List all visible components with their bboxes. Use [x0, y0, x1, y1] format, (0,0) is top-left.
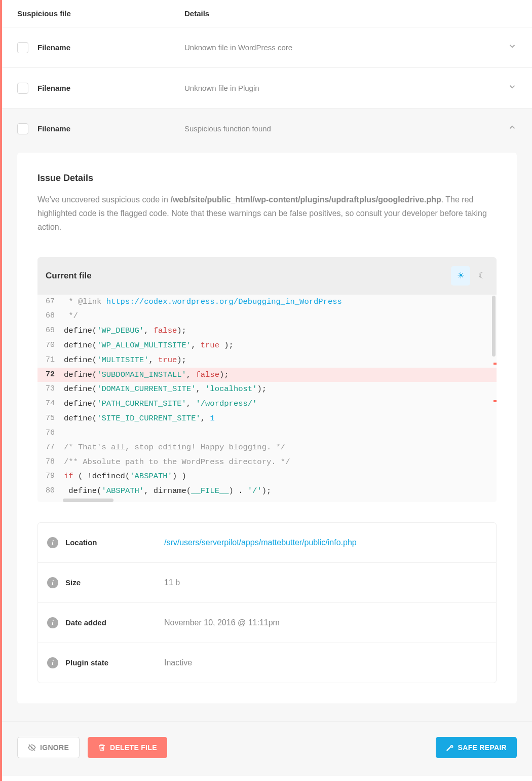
- file-row[interactable]: FilenameSuspicious function found: [2, 109, 532, 149]
- meta-row: iDate addedNovember 10, 2016 @ 11:11pm: [38, 603, 496, 643]
- info-icon: i: [47, 537, 58, 548]
- code-line: 78/** Absolute path to the WordPress dir…: [37, 455, 497, 470]
- code-line: 71define('MULTISITE', true);: [37, 353, 497, 368]
- chevron-up-icon: [508, 123, 517, 134]
- suspicious-file-path: /web/site/public_html/wp-content/plugins…: [170, 195, 441, 204]
- code-content: define('WP_DEBUG', false);: [60, 324, 497, 338]
- code-line: 79if ( !defined('ABSPATH') ): [37, 469, 497, 484]
- ignore-button[interactable]: IGNORE: [17, 737, 80, 758]
- meta-label: Plugin state: [65, 658, 164, 667]
- code-content: define('SITE_ID_CURRENT_SITE', 1: [60, 411, 497, 426]
- issue-card: Issue Details We've uncovered suspicious…: [17, 153, 517, 703]
- info-icon: i: [47, 577, 58, 588]
- code-line: 75define('SITE_ID_CURRENT_SITE', 1: [37, 411, 497, 426]
- code-line: 69define('WP_DEBUG', false);: [37, 324, 497, 338]
- line-number: 73: [37, 382, 60, 397]
- line-number: 74: [37, 397, 60, 411]
- table-header: Suspicious file Details: [2, 0, 532, 27]
- theme-light-button[interactable]: ☀: [451, 266, 470, 286]
- line-number: 79: [37, 469, 60, 484]
- meta-label: Size: [65, 578, 164, 587]
- line-number: 68: [37, 309, 60, 324]
- flag-marker: [493, 363, 497, 365]
- code-content: * @link https://codex.wordpress.org/Debu…: [60, 295, 497, 309]
- action-bar: IGNORE DELETE FILE SAFE REPAIR: [2, 722, 532, 776]
- code-line: 80 define('ABSPATH', dirname(__FILE__) .…: [37, 484, 497, 499]
- line-number: 72: [37, 368, 60, 382]
- eye-off-icon: [28, 743, 36, 752]
- code-content: [60, 426, 497, 440]
- code-content: */: [60, 309, 497, 324]
- meta-value: November 10, 2016 @ 11:11pm: [164, 618, 280, 627]
- chevron-down-icon: [508, 42, 517, 53]
- code-line: 70define('WP_ALLOW_MULTISITE', true );: [37, 338, 497, 353]
- wrench-icon: [446, 743, 454, 752]
- row-detail: Unknown file in Plugin: [184, 84, 508, 92]
- line-number: 76: [37, 426, 60, 440]
- flag-marker: [493, 400, 497, 402]
- row-detail: Suspicious function found: [184, 124, 508, 133]
- code-content: define('WP_ALLOW_MULTISITE', true );: [60, 338, 497, 353]
- row-filename-label: Filename: [37, 124, 184, 133]
- file-meta-table: iLocation/srv/users/serverpilot/apps/mat…: [37, 522, 497, 683]
- meta-row: iLocation/srv/users/serverpilot/apps/mat…: [38, 523, 496, 563]
- meta-label: Date added: [65, 618, 164, 627]
- meta-value[interactable]: /srv/users/serverpilot/apps/mattebutter/…: [164, 538, 357, 547]
- delete-file-button[interactable]: DELETE FILE: [88, 737, 167, 758]
- info-icon: i: [47, 617, 58, 628]
- horizontal-scrollbar-track[interactable]: [37, 499, 497, 502]
- line-number: 80: [37, 484, 60, 499]
- row-detail: Unknown file in WordPress core: [184, 43, 508, 52]
- theme-dark-button[interactable]: ☾: [472, 266, 491, 286]
- chevron-down-icon: [508, 82, 517, 94]
- code-content: define('ABSPATH', dirname(__FILE__) . '/…: [60, 484, 497, 499]
- row-checkbox[interactable]: [17, 42, 28, 53]
- line-number: 70: [37, 338, 60, 353]
- expanded-panel: Issue Details We've uncovered suspicious…: [2, 149, 532, 722]
- code-content: define('SUBDOMAIN_INSTALL', false);: [60, 368, 497, 382]
- meta-label: Location: [65, 538, 164, 547]
- code-content: define('DOMAIN_CURRENT_SITE', 'localhost…: [60, 382, 497, 397]
- row-checkbox[interactable]: [17, 83, 28, 94]
- code-content: /** Absolute path to the WordPress direc…: [60, 455, 497, 470]
- file-row[interactable]: FilenameUnknown file in Plugin: [2, 68, 532, 109]
- issue-details-description: We've uncovered suspicious code in /web/…: [37, 193, 497, 234]
- code-content: define('MULTISITE', true);: [60, 353, 497, 368]
- code-line: 68 */: [37, 309, 497, 324]
- code-content: /* That's all, stop editing! Happy blogg…: [60, 440, 497, 455]
- line-number: 69: [37, 324, 60, 338]
- code-line: 76: [37, 426, 497, 440]
- meta-row: iPlugin stateInactive: [38, 643, 496, 683]
- trash-icon: [98, 743, 106, 752]
- row-filename-label: Filename: [37, 43, 184, 52]
- row-filename-label: Filename: [37, 84, 184, 92]
- vertical-scrollbar[interactable]: [492, 296, 496, 357]
- current-file-label: Current file: [46, 271, 92, 281]
- line-number: 77: [37, 440, 60, 455]
- code-line: 72define('SUBDOMAIN_INSTALL', false);: [37, 368, 497, 382]
- code-content: if ( !defined('ABSPATH') ): [60, 469, 497, 484]
- row-checkbox[interactable]: [17, 123, 28, 134]
- header-details: Details: [184, 9, 517, 18]
- meta-row: iSize11 b: [38, 563, 496, 603]
- code-line: 74define('PATH_CURRENT_SITE', '/wordpres…: [37, 397, 497, 411]
- line-number: 78: [37, 455, 60, 470]
- code-line: 67 * @link https://codex.wordpress.org/D…: [37, 295, 497, 309]
- info-icon: i: [47, 657, 58, 668]
- moon-icon: ☾: [478, 270, 486, 281]
- code-line: 77/* That's all, stop editing! Happy blo…: [37, 440, 497, 455]
- line-number: 75: [37, 411, 60, 426]
- line-number: 67: [37, 295, 60, 309]
- code-header: Current file ☀ ☾: [37, 257, 497, 295]
- safe-repair-button[interactable]: SAFE REPAIR: [436, 737, 517, 758]
- file-row[interactable]: FilenameUnknown file in WordPress core: [2, 27, 532, 68]
- horizontal-scrollbar[interactable]: [63, 499, 113, 502]
- code-line: 73define('DOMAIN_CURRENT_SITE', 'localho…: [37, 382, 497, 397]
- issue-details-title: Issue Details: [37, 173, 497, 184]
- sun-icon: ☀: [457, 270, 465, 281]
- code-viewer[interactable]: 67 * @link https://codex.wordpress.org/D…: [37, 295, 497, 499]
- code-content: define('PATH_CURRENT_SITE', '/wordpress/…: [60, 397, 497, 411]
- meta-value: 11 b: [164, 578, 180, 587]
- meta-value: Inactive: [164, 658, 192, 667]
- line-number: 71: [37, 353, 60, 368]
